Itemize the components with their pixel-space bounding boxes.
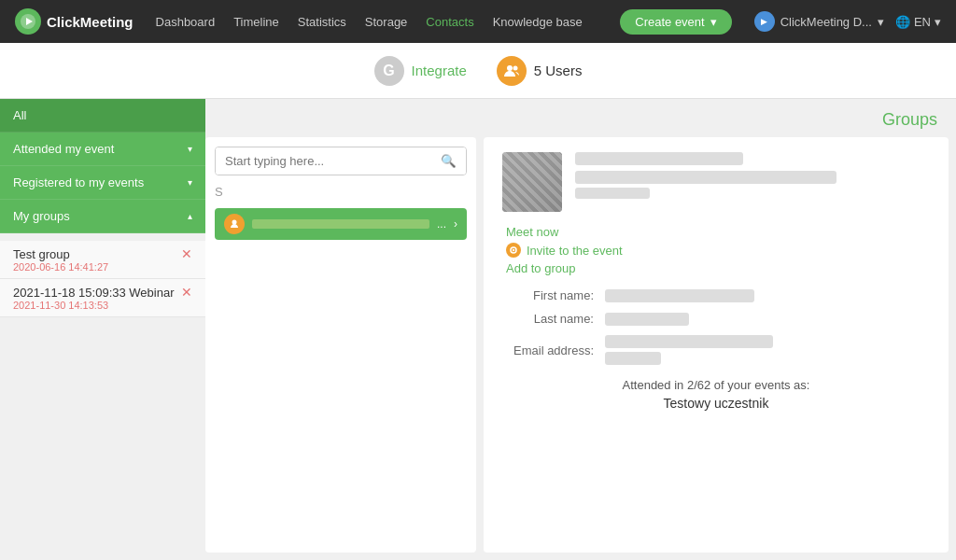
svg-point-4 bbox=[232, 220, 237, 225]
integrate-label: Integrate bbox=[412, 63, 467, 78]
email-label: Email address: bbox=[502, 343, 605, 357]
avatar-image bbox=[502, 152, 562, 212]
sidebar-mygroups-label: My groups bbox=[13, 209, 70, 223]
user-name: ClickMeeting D... bbox=[780, 15, 872, 29]
contact-more-icon[interactable]: ... bbox=[437, 217, 446, 231]
profile-name-section bbox=[575, 152, 930, 199]
profile-avatar bbox=[502, 152, 562, 212]
nav-dashboard[interactable]: Dashboard bbox=[156, 15, 216, 29]
profile-name-blurred bbox=[575, 152, 743, 165]
search-icon: 🔍 bbox=[441, 154, 457, 168]
main-area: All Attended my event ▾ Registered to my… bbox=[0, 99, 956, 560]
profile-firstname-field: First name: bbox=[502, 288, 930, 302]
invite-to-event-label: Invite to the event bbox=[527, 244, 623, 258]
user-chevron-icon: ▾ bbox=[878, 15, 884, 29]
sidebar-registered-label: Registered to my events bbox=[13, 175, 144, 189]
groups-header: Groups bbox=[205, 106, 949, 137]
user-avatar: ▶ bbox=[754, 11, 775, 32]
alpha-label: S bbox=[215, 183, 467, 201]
users-label: 5 Users bbox=[534, 63, 583, 78]
search-box: 🔍 bbox=[215, 147, 467, 175]
profile-name-blurred-2 bbox=[575, 171, 836, 184]
right-panel: Groups 🔍 S ... › bbox=[205, 99, 956, 560]
email-value-blurred bbox=[605, 335, 773, 348]
nav-storage[interactable]: Storage bbox=[365, 15, 408, 29]
content-row: 🔍 S ... › bbox=[205, 137, 949, 553]
integrate-icon: G bbox=[374, 56, 404, 86]
contact-avatar-icon bbox=[224, 214, 245, 234]
group-delete-icon[interactable]: ✕ bbox=[181, 285, 192, 300]
sidebar-mygroups-arrow: ▴ bbox=[188, 211, 192, 221]
contact-name-blurred bbox=[252, 219, 429, 229]
profile-name-blurred-3 bbox=[575, 188, 650, 199]
search-button[interactable]: 🔍 bbox=[431, 147, 466, 175]
nav-links: Dashboard Timeline Statistics Storage Co… bbox=[156, 15, 598, 29]
lastname-label: Last name: bbox=[502, 312, 605, 326]
brand-name: ClickMeeting bbox=[47, 14, 134, 30]
sidebar-item-registered[interactable]: Registered to my events ▾ bbox=[0, 166, 205, 200]
language-selector[interactable]: 🌐 EN ▾ bbox=[895, 15, 941, 29]
svg-marker-6 bbox=[513, 249, 515, 252]
profile-lastname-field: Last name: bbox=[502, 312, 930, 326]
email-value-blurred-2 bbox=[605, 352, 661, 365]
event-icon bbox=[506, 243, 521, 258]
create-event-label: Create event bbox=[635, 15, 704, 29]
sidebar-all-label: All bbox=[13, 108, 26, 122]
lastname-value-blurred bbox=[605, 313, 689, 326]
svg-point-3 bbox=[513, 65, 517, 70]
brand-logo[interactable]: ClickMeeting bbox=[15, 8, 134, 35]
profile-actions: Meet now Invite to the event Add to grou… bbox=[502, 225, 930, 275]
subheader: G Integrate 5 Users bbox=[0, 43, 956, 99]
contact-list-item[interactable]: ... › bbox=[215, 208, 467, 240]
create-event-chevron-icon: ▾ bbox=[710, 15, 717, 29]
profile-panel: Meet now Invite to the event Add to grou… bbox=[484, 137, 949, 553]
integrate-tab[interactable]: G Integrate bbox=[374, 56, 467, 86]
nav-timeline[interactable]: Timeline bbox=[233, 15, 279, 29]
nav-knowledge-base[interactable]: Knowledge base bbox=[493, 15, 583, 29]
add-to-group-link[interactable]: Add to group bbox=[506, 261, 930, 275]
sidebar-item-mygroups[interactable]: My groups ▴ bbox=[0, 200, 205, 233]
group-name: Test group ✕ bbox=[13, 246, 192, 261]
sidebar-attended-label: Attended my event bbox=[13, 142, 114, 156]
meet-now-link[interactable]: Meet now bbox=[506, 225, 930, 239]
logo-icon bbox=[15, 8, 41, 35]
svg-point-2 bbox=[507, 65, 513, 71]
search-input[interactable] bbox=[216, 147, 431, 175]
group-delete-icon[interactable]: ✕ bbox=[181, 246, 192, 261]
group-date: 2021-11-30 14:13:53 bbox=[13, 300, 192, 311]
users-icon bbox=[497, 56, 527, 86]
topnav-right: ▶ ClickMeeting D... ▾ 🌐 EN ▾ bbox=[754, 11, 941, 32]
contact-arrow-icon: › bbox=[454, 217, 457, 231]
sidebar-attended-arrow: ▾ bbox=[188, 144, 192, 154]
list-item[interactable]: Test group ✕ 2020-06-16 14:41:27 bbox=[0, 241, 205, 279]
lang-chevron-icon: ▾ bbox=[935, 15, 941, 29]
sidebar-registered-arrow: ▾ bbox=[188, 177, 192, 188]
group-date: 2020-06-16 14:41:27 bbox=[13, 261, 192, 273]
sidebar-item-all[interactable]: All bbox=[0, 99, 205, 133]
firstname-value-blurred bbox=[605, 289, 754, 302]
nav-contacts[interactable]: Contacts bbox=[426, 15, 473, 29]
profile-header bbox=[502, 152, 930, 212]
sidebar-groups-list: Test group ✕ 2020-06-16 14:41:27 2021-11… bbox=[0, 233, 205, 325]
profile-email-field: Email address: bbox=[502, 335, 930, 365]
list-item[interactable]: 2021-11-18 15:09:33 Webinar ✕ 2021-11-30… bbox=[0, 279, 205, 317]
nav-statistics[interactable]: Statistics bbox=[298, 15, 346, 29]
firstname-label: First name: bbox=[502, 288, 605, 302]
globe-icon: 🌐 bbox=[895, 15, 910, 29]
language-label: EN bbox=[914, 15, 931, 29]
invite-to-event-link[interactable]: Invite to the event bbox=[506, 243, 930, 258]
user-menu[interactable]: ▶ ClickMeeting D... ▾ bbox=[754, 11, 884, 32]
users-tab[interactable]: 5 Users bbox=[497, 56, 583, 86]
create-event-button[interactable]: Create event ▾ bbox=[620, 9, 731, 35]
sidebar: All Attended my event ▾ Registered to my… bbox=[0, 99, 205, 560]
sidebar-item-attended[interactable]: Attended my event ▾ bbox=[0, 133, 205, 166]
profile-attended-text: Attended in 2/62 of your events as: bbox=[502, 378, 930, 392]
profile-attended-name: Testowy uczestnik bbox=[502, 396, 930, 411]
contacts-panel: 🔍 S ... › bbox=[205, 137, 476, 553]
group-name: 2021-11-18 15:09:33 Webinar ✕ bbox=[13, 285, 192, 300]
top-navigation: ClickMeeting Dashboard Timeline Statisti… bbox=[0, 0, 956, 43]
